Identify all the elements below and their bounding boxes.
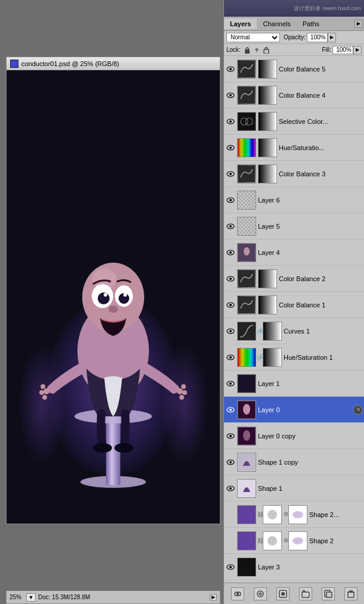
svg-point-33 xyxy=(229,120,232,123)
layer-name: Layer 6 xyxy=(258,197,363,204)
opacity-input[interactable] xyxy=(307,33,328,42)
lock-pixels-icon[interactable] xyxy=(243,46,251,54)
canvas-info-icon[interactable]: ▼ xyxy=(26,593,36,602)
layer-item[interactable]: Hue/Saturatio... xyxy=(224,135,364,161)
chain-icon2: ⛓ xyxy=(284,531,288,550)
svg-point-95 xyxy=(281,592,285,596)
tab-channels[interactable]: Channels xyxy=(257,18,296,29)
svg-point-8 xyxy=(98,292,110,304)
eye-visibility-icon[interactable] xyxy=(225,431,236,441)
eye-visibility-icon[interactable] xyxy=(225,221,236,232)
eye-visibility-icon[interactable] xyxy=(225,142,236,153)
layer-thumbnail xyxy=(237,531,256,550)
eye-visibility-icon[interactable] xyxy=(225,169,236,179)
canvas-scroll-right[interactable]: ▶ xyxy=(210,594,217,601)
layer-item[interactable]: Color Balance 4 xyxy=(224,82,364,108)
opacity-label: Opacity: xyxy=(284,34,306,41)
eye-visibility-icon[interactable] xyxy=(225,300,236,310)
layer-thumbnail xyxy=(237,295,256,315)
layer-name: Layer 0 copy xyxy=(258,432,363,440)
layer-item[interactable]: 🔗 Curves 1 xyxy=(224,318,364,344)
layer-item[interactable]: Selective Color... xyxy=(224,108,364,135)
layer-item[interactable]: Layer 6 xyxy=(224,187,364,213)
svg-point-14 xyxy=(41,384,45,389)
layer-item[interactable]: Color Balance 2 xyxy=(224,266,364,292)
canvas-titlebar: conductor01.psd @ 25% (RGB/8) xyxy=(7,57,220,70)
svg-rect-31 xyxy=(238,87,255,104)
svg-point-16 xyxy=(42,395,47,400)
panel-menu-arrow[interactable]: ▶ xyxy=(354,20,363,28)
eye-visibility-icon[interactable] xyxy=(225,483,236,494)
layer-item[interactable]: Layer 1 xyxy=(224,371,364,397)
svg-point-87 xyxy=(229,566,232,568)
layer-item[interactable]: Layer 5 xyxy=(224,213,364,239)
layer-mask-thumbnail xyxy=(258,164,277,183)
svg-point-40 xyxy=(229,173,232,175)
zoom-level: 25% xyxy=(10,594,21,600)
svg-point-43 xyxy=(229,199,232,201)
eye-visibility-icon[interactable] xyxy=(225,247,236,258)
svg-point-45 xyxy=(229,225,232,228)
eye-visibility-icon[interactable] xyxy=(225,404,236,415)
layer-item[interactable]: ⛓ ⛓ Shape 2... xyxy=(224,502,364,528)
eye-visibility-icon[interactable] xyxy=(225,64,236,74)
svg-point-73 xyxy=(229,461,232,463)
layer-thumbnail xyxy=(237,164,256,183)
eye-visibility-icon[interactable] xyxy=(225,195,236,206)
layer-item-selected[interactable]: Layer 0 ⚙ xyxy=(224,397,364,423)
layer-name: Color Balance 1 xyxy=(279,301,363,309)
layer-item[interactable]: Color Balance 5 xyxy=(224,56,364,82)
svg-rect-41 xyxy=(238,166,255,182)
layer-list[interactable]: Color Balance 5 Color Balance 4 Selectiv… xyxy=(224,56,364,583)
opacity-arrow[interactable]: ▶ xyxy=(328,33,336,42)
svg-point-38 xyxy=(229,147,232,149)
layer-item[interactable]: Shape 1 xyxy=(224,475,364,502)
layer-thumbnail xyxy=(237,86,256,105)
layer-thumbnail xyxy=(237,479,256,498)
add-mask-button[interactable] xyxy=(276,587,290,600)
layer-item[interactable]: Layer 4 xyxy=(224,239,364,266)
layer-name: Color Balance 2 xyxy=(279,275,363,282)
layer-thumbnail xyxy=(237,243,256,262)
layer-item[interactable]: Color Balance 1 xyxy=(224,292,364,318)
eye-visibility-icon[interactable] xyxy=(225,90,236,101)
no-eye-placeholder xyxy=(225,535,236,546)
layer-item[interactable]: Layer 0 copy xyxy=(224,423,364,449)
layer-item[interactable]: Layer 3 xyxy=(224,554,364,580)
new-group-button[interactable] xyxy=(299,587,312,600)
layer-item[interactable]: 🔗 Hue/Saturation 1 xyxy=(224,344,364,371)
tab-paths[interactable]: Paths xyxy=(297,18,325,29)
delete-layer-button[interactable] xyxy=(344,587,357,600)
svg-point-19 xyxy=(182,390,187,395)
svg-point-76 xyxy=(229,487,232,490)
layer-name: Selective Color... xyxy=(279,118,363,125)
layer-item[interactable]: Color Balance 3 xyxy=(224,161,364,187)
add-adjustment-button[interactable] xyxy=(254,587,267,600)
layer-item[interactable]: ⛓ ⛓ Shape 2 xyxy=(224,528,364,554)
eye-visibility-icon[interactable] xyxy=(225,273,236,284)
fill-arrow[interactable]: ▶ xyxy=(353,46,362,54)
svg-rect-24 xyxy=(246,48,248,50)
layer-name: Hue/Saturation 1 xyxy=(284,354,363,361)
link-layers-button[interactable] xyxy=(231,587,244,600)
eye-visibility-icon[interactable] xyxy=(225,378,236,389)
lock-all-icon[interactable] xyxy=(262,46,270,54)
lock-position-icon[interactable] xyxy=(253,46,261,54)
svg-rect-28 xyxy=(238,61,255,77)
eye-visibility-icon[interactable] xyxy=(225,457,236,468)
layer-thumbnail xyxy=(237,269,256,288)
eye-visibility-icon[interactable] xyxy=(225,326,236,337)
eye-visibility-icon[interactable] xyxy=(225,116,236,127)
layer-name: Shape 2 xyxy=(309,537,363,544)
layer-item[interactable]: Shape 1 copy xyxy=(224,449,364,475)
blend-mode-select[interactable]: Normal Multiply Screen xyxy=(226,33,280,42)
new-layer-button[interactable] xyxy=(322,587,335,600)
fill-input[interactable] xyxy=(332,46,353,54)
canvas-content xyxy=(7,70,220,524)
eye-visibility-icon[interactable] xyxy=(225,562,236,572)
lock-label: Lock: xyxy=(226,46,241,53)
layer-thumbnail xyxy=(237,191,256,210)
svg-point-79 xyxy=(267,510,277,519)
tab-layers[interactable]: Layers xyxy=(224,18,257,29)
eye-visibility-icon[interactable] xyxy=(225,352,236,363)
